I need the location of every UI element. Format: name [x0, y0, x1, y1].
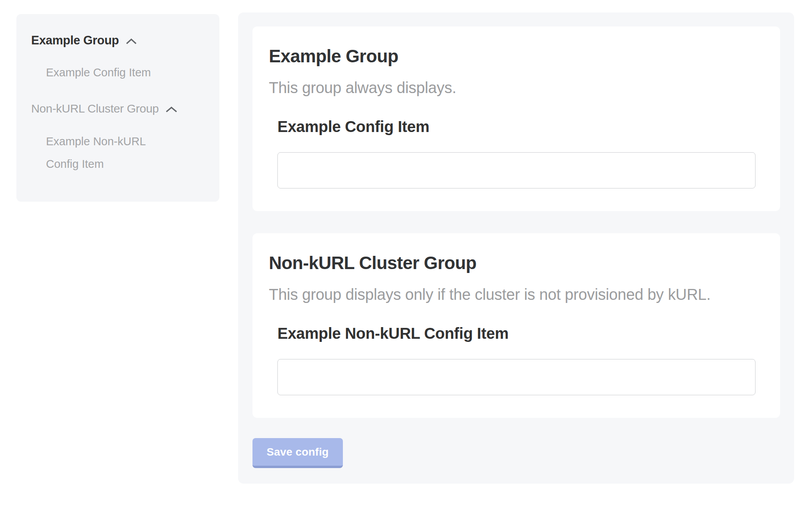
group-title: Example Group — [269, 46, 756, 67]
sidebar-group-items: Example Config Item — [31, 61, 208, 84]
example-non-kurl-config-item-input[interactable] — [277, 359, 756, 395]
group-title: Non-kURL Cluster Group — [269, 253, 756, 273]
chevron-up-icon — [165, 100, 178, 118]
save-config-button[interactable]: Save config — [252, 438, 343, 468]
group-description: This group displays only if the cluster … — [269, 285, 756, 304]
config-item: Example Non-kURL Config Item — [277, 324, 756, 395]
config-group-card-non-kurl-cluster-group: Non-kURL Cluster Group This group displa… — [252, 233, 780, 418]
config-group-card-example-group: Example Group This group always displays… — [252, 26, 780, 211]
chevron-up-icon — [125, 34, 137, 48]
sidebar-group-label: Example Group — [31, 33, 119, 48]
config-nav-sidebar: Example Group Example Config Item Non-kU… — [16, 14, 219, 202]
config-panel: Example Group This group always displays… — [238, 12, 794, 484]
sidebar-item-example-config-item[interactable]: Example Config Item — [46, 61, 175, 84]
config-item-label: Example Config Item — [277, 117, 756, 136]
sidebar-item-example-non-kurl-config-item[interactable]: Example Non-kURL Config Item — [46, 130, 175, 175]
group-description: This group always displays. — [269, 78, 756, 97]
example-config-item-input[interactable] — [277, 152, 756, 188]
sidebar-group-non-kurl-cluster-group[interactable]: Non-kURL Cluster Group — [31, 99, 208, 118]
sidebar-group-example-group[interactable]: Example Group — [31, 33, 208, 48]
config-item-label: Example Non-kURL Config Item — [277, 324, 756, 343]
sidebar-group-label: Non-kURL Cluster Group — [31, 100, 159, 117]
sidebar-group-items: Example Non-kURL Config Item — [31, 130, 208, 175]
config-item: Example Config Item — [277, 117, 756, 188]
